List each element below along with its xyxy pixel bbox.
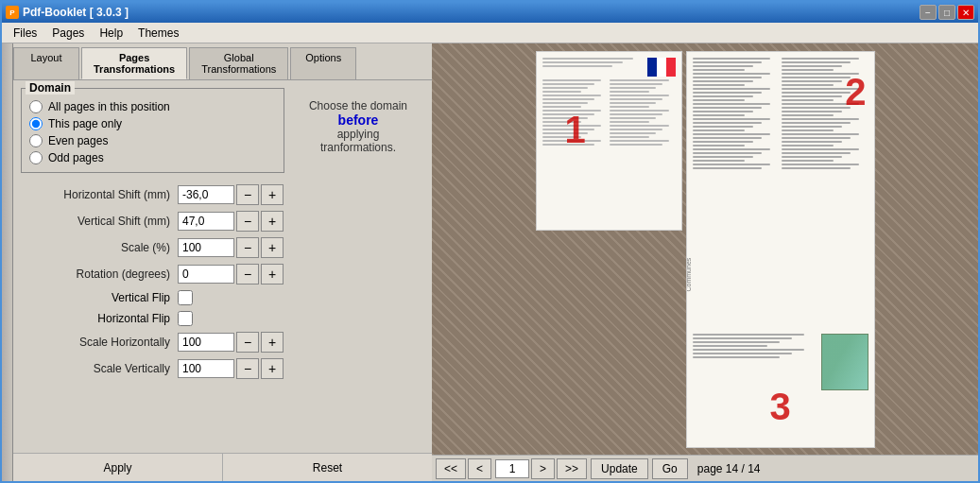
title-bar: P Pdf-Booklet [ 3.0.3 ] − □ ✕ xyxy=(2,2,978,23)
bottom-buttons: Apply Reset xyxy=(13,453,432,481)
minimize-button[interactable]: − xyxy=(920,5,937,20)
horizontal-shift-row: Horizontal Shift (mm) − + xyxy=(28,184,417,205)
radio-odd-pages-label: Odd pages xyxy=(48,151,104,164)
page-number-2: 2 xyxy=(845,71,866,113)
scale-horizontally-plus[interactable]: + xyxy=(261,332,284,353)
tab-options[interactable]: Options xyxy=(290,47,356,79)
scale-vertically-plus[interactable]: + xyxy=(261,358,284,379)
horizontal-shift-plus[interactable]: + xyxy=(261,184,284,205)
radio-this-page-input[interactable] xyxy=(29,117,43,130)
page-number-3: 3 xyxy=(769,386,790,428)
rotation-plus[interactable]: + xyxy=(261,264,284,285)
panel-content: Domain All pages in this position This p… xyxy=(13,80,432,453)
app-icon: P xyxy=(6,6,19,19)
radio-group: All pages in this position This page onl… xyxy=(29,100,276,164)
vertical-flip-label: Vertical Flip xyxy=(28,291,170,304)
horizontal-flip-row: Horizontal Flip xyxy=(28,311,417,326)
domain-legend: Domain xyxy=(26,81,75,95)
horizontal-shift-label: Horizontal Shift (mm) xyxy=(28,188,170,201)
page-content-right: 2 xyxy=(687,52,874,447)
update-button[interactable]: Update xyxy=(591,458,648,479)
left-main: Layout PagesTransformations GlobalTransf… xyxy=(13,43,432,481)
radio-this-page[interactable]: This page only xyxy=(29,117,276,130)
title-bar-buttons: − □ ✕ xyxy=(920,5,974,20)
last-page-button[interactable]: >> xyxy=(557,458,587,479)
page-content: 1 xyxy=(537,52,681,230)
page-right-main: 2 xyxy=(686,51,875,448)
domain-info-highlight: before xyxy=(300,112,417,128)
menu-pages[interactable]: Pages xyxy=(44,25,92,42)
rotation-row: Rotation (degrees) − + xyxy=(28,264,417,285)
menu-files[interactable]: Files xyxy=(6,25,44,42)
page-number-input[interactable] xyxy=(495,459,529,478)
radio-all-pages[interactable]: All pages in this position xyxy=(29,100,276,113)
scale-label: Scale (%) xyxy=(28,241,170,254)
apply-button[interactable]: Apply xyxy=(13,454,223,481)
scale-vertically-row: Scale Vertically − + xyxy=(28,358,417,379)
vertical-shift-input[interactable] xyxy=(178,212,234,231)
rotation-label: Rotation (degrees) xyxy=(28,267,170,281)
reset-button[interactable]: Reset xyxy=(223,454,432,481)
scale-horizontally-row: Scale Horizontally − + xyxy=(28,332,417,353)
scale-vertically-minus[interactable]: − xyxy=(236,358,259,379)
page-number-1: 1 xyxy=(565,109,586,151)
left-panel: Layout PagesTransformations GlobalTransf… xyxy=(2,43,432,481)
menu-bar: Files Pages Help Themes xyxy=(2,23,978,43)
vertical-shift-label: Vertical Shift (mm) xyxy=(28,215,170,228)
horizontal-flip-checkbox[interactable] xyxy=(178,311,193,326)
domain-info-line1: Choose the domain xyxy=(300,99,417,112)
scale-plus[interactable]: + xyxy=(261,237,284,258)
page-spread: 1 xyxy=(536,51,875,448)
scale-input[interactable] xyxy=(178,238,234,257)
navigation-bar: << < > >> Update Go page 14 / 14 xyxy=(432,455,978,481)
radio-all-pages-input[interactable] xyxy=(29,100,43,113)
tab-global-transformations[interactable]: GlobalTransformations xyxy=(189,47,288,79)
vertical-flip-checkbox[interactable] xyxy=(178,290,193,305)
radio-this-page-label: This page only xyxy=(48,117,122,130)
horizontal-shift-minus[interactable]: − xyxy=(236,184,259,205)
title-bar-left: P Pdf-Booklet [ 3.0.3 ] xyxy=(6,6,129,19)
page-left-top: 1 xyxy=(536,51,682,231)
first-page-button[interactable]: << xyxy=(436,458,466,479)
app-window: P Pdf-Booklet [ 3.0.3 ] − □ ✕ Files Page… xyxy=(0,0,980,483)
domain-section: Domain All pages in this position This p… xyxy=(21,88,284,173)
close-button[interactable]: ✕ xyxy=(957,5,974,20)
map-image xyxy=(821,334,868,390)
radio-odd-pages[interactable]: Odd pages xyxy=(29,151,276,164)
radio-even-pages[interactable]: Even pages xyxy=(29,134,276,147)
content-area: Layout PagesTransformations GlobalTransf… xyxy=(2,43,978,481)
radio-even-pages-input[interactable] xyxy=(29,134,43,147)
scale-minus[interactable]: − xyxy=(236,237,259,258)
menu-help[interactable]: Help xyxy=(92,25,130,42)
horizontal-flip-label: Horizontal Flip xyxy=(28,312,170,325)
domain-info: Choose the domain before applying tranfo… xyxy=(292,92,424,181)
domain-info-line2: applying xyxy=(300,128,417,141)
maximize-button[interactable]: □ xyxy=(938,5,955,20)
rotation-minus[interactable]: − xyxy=(236,264,259,285)
menu-themes[interactable]: Themes xyxy=(130,25,186,42)
next-page-button[interactable]: > xyxy=(531,458,555,479)
scale-row: Scale (%) − + xyxy=(28,237,417,258)
go-button[interactable]: Go xyxy=(652,458,688,479)
vertical-shift-minus[interactable]: − xyxy=(236,211,259,232)
horizontal-shift-input[interactable] xyxy=(178,185,234,204)
app-title: Pdf-Booklet [ 3.0.3 ] xyxy=(23,6,129,19)
controls: Horizontal Shift (mm) − + Vertical Shift… xyxy=(21,181,424,388)
french-flag xyxy=(647,58,676,77)
right-panel: 1 xyxy=(432,43,978,481)
scale-horizontally-label: Scale Horizontally xyxy=(28,336,170,349)
scale-horizontally-input[interactable] xyxy=(178,333,234,352)
scale-vertically-input[interactable] xyxy=(178,359,234,378)
tab-layout[interactable]: Layout xyxy=(13,47,79,79)
scale-horizontally-minus[interactable]: − xyxy=(236,332,259,353)
left-sidebar-strip xyxy=(2,43,13,481)
scale-vertically-label: Scale Vertically xyxy=(28,362,170,375)
tab-pages-transformations[interactable]: PagesTransformations xyxy=(81,47,187,79)
vertical-shift-plus[interactable]: + xyxy=(261,211,284,232)
rotated-label: Communes xyxy=(687,258,692,292)
radio-all-pages-label: All pages in this position xyxy=(48,100,170,113)
radio-odd-pages-input[interactable] xyxy=(29,151,43,164)
radio-even-pages-label: Even pages xyxy=(48,134,108,147)
prev-page-button[interactable]: < xyxy=(468,458,491,479)
rotation-input[interactable] xyxy=(178,265,234,284)
